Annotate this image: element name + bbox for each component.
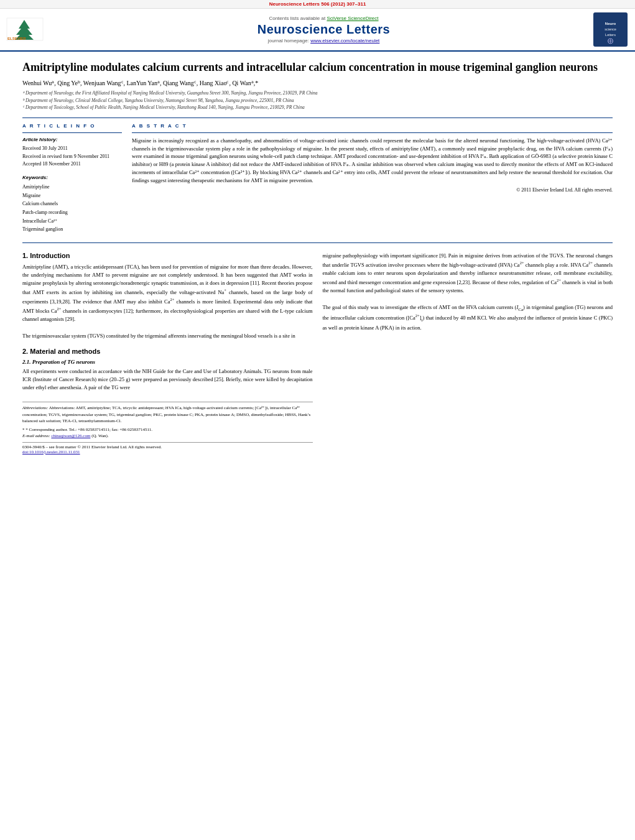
journal-main-title: Neuroscience Letters xyxy=(62,22,585,37)
section-2-1-title: 2.1. Preparation of TG neurons xyxy=(22,359,313,365)
journal-citation: Neuroscience Letters 506 (2012) 307–311 xyxy=(269,1,366,7)
homepage-line: journal homepage: www.elsevier.com/locat… xyxy=(62,38,585,44)
contents-line: Contents lists available at SciVerse Sci… xyxy=(62,16,585,21)
svg-text:Letters: Letters xyxy=(605,33,616,37)
body-right-col: migraine pathophysiology with important … xyxy=(323,252,613,455)
keywords-list: Amitriptyline Migraine Calcium channels … xyxy=(22,183,122,234)
article-info-header: A R T I C L E I N F O xyxy=(22,123,122,129)
abstract-content: Migraine is increasingly recognized as a… xyxy=(132,137,613,183)
date-revised: Received in revised form 9 November 2011 xyxy=(22,153,122,161)
svg-text:ELSEVIER: ELSEVIER xyxy=(7,37,26,40)
divider-2 xyxy=(22,242,613,243)
affiliation-c: ᶜ Department of Toxicology, School of Pu… xyxy=(22,104,613,111)
affiliations-block: ᵃ Department of Neurology, the First Aff… xyxy=(22,90,613,111)
article-info-abstract-row: A R T I C L E I N F O Article history: R… xyxy=(22,123,613,234)
abbreviations-text: Abbreviations: AMT, amitriptyline; TCA, … xyxy=(22,405,310,423)
authors-line: Wenhui Wuᵃ, Qing Yeᵇ, Wenjuan Wangᶜ, Lan… xyxy=(22,80,613,86)
affiliation-b: ᵇ Department of Neurology, Clinical Medi… xyxy=(22,98,613,104)
keyword-5: Trigeminal ganglion xyxy=(22,225,122,234)
homepage-url[interactable]: www.elsevier.com/locate/neulet xyxy=(310,38,379,44)
email-label-text: E-mail address: xyxy=(22,433,50,438)
svg-text:science: science xyxy=(605,27,616,31)
abstract-header: A B S T R A C T xyxy=(132,123,613,129)
doi-section: 0304-3940/$ – see front matter © 2011 El… xyxy=(22,442,313,455)
date-received: Received 30 July 2011 xyxy=(22,145,122,153)
doi-line-2[interactable]: doi:10.1016/j.neulet.2011.11.031 xyxy=(22,450,313,455)
elsevier-logo-container: ELSEVIER xyxy=(6,17,56,42)
section-1-right-text: migraine pathophysiology with important … xyxy=(323,252,613,332)
abstract-divider xyxy=(132,132,613,133)
svg-text:Neuro: Neuro xyxy=(605,22,616,25)
corresponding-footnote: * * Corresponding author. Tel.: +86 0258… xyxy=(22,427,313,433)
keyword-0: Amitriptyline xyxy=(22,183,122,192)
article-title: Amitriptyline modulates calcium currents… xyxy=(22,60,613,75)
keyword-1: Migraine xyxy=(22,192,122,200)
article-dates-block: Received 30 July 2011 Received in revise… xyxy=(22,145,122,168)
keyword-2: Calcium channels xyxy=(22,200,122,208)
divider-1 xyxy=(22,118,613,118)
keyword-4: Intracellular Ca²⁺ xyxy=(22,217,122,226)
abbreviations-footnote: Abbreviations: Abbreviations: AMT, amitr… xyxy=(22,405,313,425)
corresponding-text: * Corresponding author. Tel.: +86 025837… xyxy=(25,427,152,432)
section-2-title: 2. Material and methods xyxy=(22,348,313,355)
keywords-section: Keywords: Amitriptyline Migraine Calcium… xyxy=(22,175,122,234)
journal-header: ELSEVIER Contents lists available at Sci… xyxy=(0,9,635,52)
email-suffix: (Q. Wan). xyxy=(91,433,109,438)
keywords-label: Keywords: xyxy=(22,175,122,180)
main-content: Amitriptyline modulates calcium currents… xyxy=(0,52,635,461)
sciverse-link[interactable]: SciVerse ScienceDirect xyxy=(327,16,378,21)
neuroscience-logo-svg: Neuro science Letters xyxy=(593,12,628,47)
keyword-3: Patch-clamp recording xyxy=(22,208,122,217)
journal-logo-container: Neuro science Letters xyxy=(591,12,629,47)
info-divider xyxy=(22,132,122,133)
doi-line-1: 0304-3940/$ – see front matter © 2011 El… xyxy=(22,445,313,450)
body-content: 1. Introduction Amitriptyline (AMT), a t… xyxy=(22,252,613,455)
footnotes-section: Abbreviations: Abbreviations: AMT, amitr… xyxy=(22,402,313,440)
email-link[interactable]: chinaqiwan@126.com xyxy=(51,433,90,438)
abbreviations-label: Abbreviations: xyxy=(22,405,48,410)
abstract-copyright: © 2011 Elsevier Ireland Ltd. All rights … xyxy=(132,187,613,194)
abstract-column: A B S T R A C T Migraine is increasingly… xyxy=(132,123,613,234)
email-footnote: E-mail address: chinaqiwan@126.com (Q. W… xyxy=(22,433,313,440)
section-2-1-text: All experiments were conducted in accord… xyxy=(22,367,313,392)
header-citation-bar: Neuroscience Letters 506 (2012) 307–311 xyxy=(0,0,635,9)
date-accepted: Accepted 18 November 2011 xyxy=(22,160,122,168)
journal-title-area: Contents lists available at SciVerse Sci… xyxy=(62,16,585,44)
elsevier-logo-svg: ELSEVIER xyxy=(6,17,56,41)
article-history-label: Article history: xyxy=(22,137,122,142)
section-1-title: 1. Introduction xyxy=(22,252,313,259)
body-left-col: 1. Introduction Amitriptyline (AMT), a t… xyxy=(22,252,313,455)
section-1-left-text: Amitriptyline (AMT), a tricyclic antidep… xyxy=(22,263,313,340)
abstract-text: Migraine is increasingly recognized as a… xyxy=(132,137,613,195)
affiliation-a: ᵃ Department of Neurology, the First Aff… xyxy=(22,90,613,97)
article-info-column: A R T I C L E I N F O Article history: R… xyxy=(22,123,122,234)
